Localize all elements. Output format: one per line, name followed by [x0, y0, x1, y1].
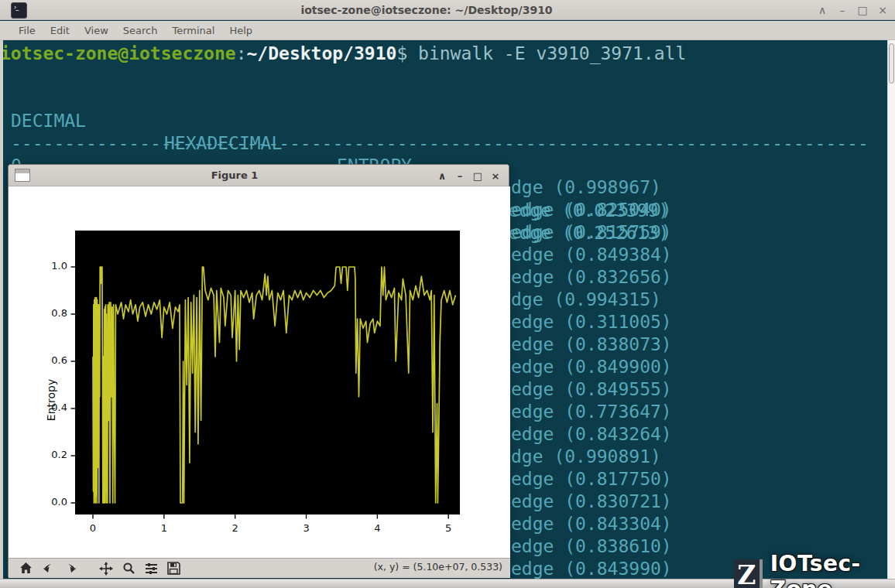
output-header-line: DECIMAL HEXADECIMAL ENTROPY [0, 87, 887, 110]
terminal-window-title: iotsec-zone@iotseczone: ~/Desktop/3910 [300, 4, 552, 16]
output-row-fragment: dge (0.990891) [511, 446, 661, 468]
output-row-fragment: edge (0.773647) [511, 401, 672, 423]
x-tick-label: 5 [433, 522, 464, 534]
configure-subplots-icon[interactable] [143, 561, 159, 576]
terminal-menubar: FileEditViewSearchTerminalHelp [0, 21, 895, 40]
x-tick-label: 2 [220, 522, 251, 534]
terminal-scrollbar[interactable] [887, 40, 895, 579]
output-row-fragment: edge (0.849555) [511, 378, 672, 401]
x-tick-label: 3 [291, 522, 322, 534]
close-icon[interactable]: × [490, 170, 501, 182]
shade-icon[interactable]: ∧ [816, 4, 828, 16]
figure-app-icon [15, 169, 30, 182]
y-tick-label: 0.2 [35, 449, 67, 460]
output-row-fragment: edge (0.843304) [511, 513, 672, 535]
menu-item-view[interactable]: View [84, 25, 108, 36]
output-row-fragment: edge (0.830721) [511, 491, 672, 513]
output-row-fragment: edge (0.849384) [511, 244, 672, 266]
menu-item-help[interactable]: Help [229, 25, 252, 36]
menu-item-terminal[interactable]: Terminal [172, 25, 214, 36]
figure-titlebar[interactable]: Figure 1 ∧ – □ × [9, 165, 509, 186]
logo-z-letter: Z [737, 562, 756, 588]
iotsec-zone-logo: Z IOTsec-Zone [734, 551, 895, 588]
x-tick-label: 1 [149, 522, 180, 534]
output-separator-line: ----------------------------------------… [0, 110, 887, 132]
output-row-fragment: dge (0.994315) [511, 289, 661, 311]
maximize-icon[interactable]: □ [472, 170, 483, 182]
prompt-user-host: iotsec-zone@iotseczone [0, 43, 236, 63]
y-tick-label: 0.4 [35, 402, 67, 413]
logo-text: IOTsec-Zone [770, 551, 895, 588]
terminal-window-left-border [0, 40, 3, 579]
output-row: 0 0x0 Falling entropy edge (0.023399) [0, 132, 887, 155]
output-row-fragment: edge (0.817750) [511, 468, 672, 491]
figure-window-title: Figure 1 [211, 169, 259, 181]
y-tick-label: 0.6 [35, 354, 67, 366]
output-row-fragment: edge (0.838073) [511, 333, 672, 356]
command-text: binwalk -E v3910_3971.all [418, 43, 686, 63]
menu-item-file[interactable]: File [19, 25, 36, 36]
output-row-fragment: edge (0.849900) [511, 356, 672, 378]
output-row-fragment: dge (0.998967) [511, 176, 661, 199]
figure-window[interactable]: Figure 1 ∧ – □ × Entropy Entropy 0.00.20… [8, 164, 509, 577]
minimize-icon[interactable]: – [836, 4, 849, 16]
output-row-fragment: edge (0.838610) [511, 535, 672, 558]
home-icon[interactable] [18, 561, 33, 576]
save-icon[interactable] [166, 561, 181, 576]
close-icon[interactable]: × [876, 4, 889, 16]
output-row-fragment: edge (0.832656) [511, 266, 672, 289]
output-row-fragment: edge (0.843264) [511, 423, 672, 446]
minimize-icon[interactable]: – [454, 170, 465, 182]
output-row-fragment: edge (0.843990) [511, 558, 672, 579]
output-row-fragment: edge (0.815759) [511, 221, 672, 244]
back-arrow-icon[interactable] [40, 561, 56, 576]
x-tick-label: 0 [77, 522, 108, 534]
y-tick-label: 0.0 [35, 496, 67, 508]
terminal-app-icon [11, 2, 27, 19]
terminal-titlebar: iotsec-zone@iotseczone: ~/Desktop/3910 ∧… [0, 0, 895, 20]
output-row-fragment: edge (0.311005) [511, 311, 672, 333]
forward-arrow-icon[interactable] [63, 561, 78, 576]
pan-icon[interactable] [98, 561, 114, 576]
maximize-icon[interactable]: □ [856, 4, 869, 16]
menu-item-search[interactable]: Search [123, 25, 158, 36]
prompt-path: ~/Desktop/3910 [247, 43, 397, 63]
shade-icon[interactable]: ∧ [437, 170, 448, 182]
iotsec-zone-logo-icon: Z [734, 559, 763, 588]
menu-item-edit[interactable]: Edit [50, 25, 70, 36]
scrollbar-thumb[interactable] [889, 43, 894, 84]
y-tick-label: 1.0 [35, 260, 67, 272]
terminal-prompt-line: iotsec-zone@iotseczone:~/Desktop/3910$ b… [0, 43, 887, 65]
cursor-coordinates-status: (x, y) = (5.10e+07, 0.533) [374, 561, 502, 573]
prompt-separator: : [236, 43, 247, 63]
zoom-icon[interactable] [121, 561, 136, 576]
y-tick-label: 0.8 [35, 307, 67, 319]
output-row-fragment: edge (0.825040) [511, 199, 672, 221]
prompt-dollar: $ [396, 43, 418, 63]
plot-canvas[interactable]: Entropy Entropy 0.00.20.40.60.81.0 01234… [9, 186, 510, 558]
x-tick-label: 4 [362, 522, 393, 534]
entropy-plot [9, 186, 510, 558]
